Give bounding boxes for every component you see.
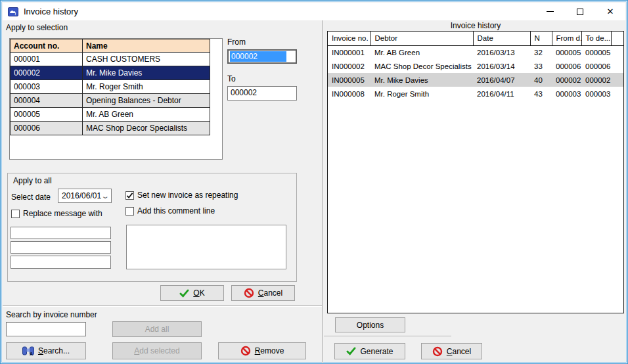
cell: 000002 (11, 66, 83, 80)
column-header-account-no[interactable]: Account no. (11, 39, 83, 53)
cell (611, 87, 623, 101)
invoice-history-window: Invoice history ✕ Apply to selection Acc… (0, 0, 628, 364)
cell: 2016/04/11 (473, 87, 530, 101)
cell: Opening Balances - Debtor (83, 94, 210, 108)
account-row[interactable]: 000002Mr. Mike Davies (11, 66, 210, 80)
cell: 000006 (552, 59, 581, 73)
search-button[interactable]: A Search... (6, 342, 86, 359)
column-header-debtor[interactable]: Debtor (370, 32, 473, 45)
chevron-down-icon: ⌄ (101, 193, 109, 200)
invoice-history-table: Invoice no. Debtor Date N From d... To d… (328, 32, 623, 101)
titlebar: Invoice history ✕ (3, 3, 625, 20)
message-input-2[interactable] (11, 241, 111, 254)
cell: 000005 (581, 45, 611, 59)
message-input-3[interactable] (11, 256, 111, 269)
cell: MAC Shop Decor Specialists (370, 59, 473, 73)
options-button[interactable]: Options (335, 317, 405, 332)
minimize-button[interactable] (535, 3, 565, 20)
search-by-invoice-label: Search by invoice number (6, 310, 97, 319)
invoice-row[interactable]: IN000002MAC Shop Decor Specialists2016/0… (328, 59, 623, 73)
remove-label: Remove (255, 346, 284, 355)
account-row[interactable]: 000004Opening Balances - Debtor (11, 94, 210, 108)
check-icon (179, 289, 189, 298)
checkbox-label: Add this comment line (137, 206, 215, 216)
cell (611, 59, 623, 73)
cell: 000003 (581, 87, 611, 101)
divider (324, 336, 451, 337)
from-label: From (227, 37, 246, 47)
column-header-invoice-no[interactable]: Invoice no. (328, 32, 370, 45)
divider (3, 306, 322, 307)
accounts-listbox[interactable]: Account no. Name 000001CASH CUSTOMERS000… (9, 38, 223, 160)
cell: IN000005 (328, 73, 370, 87)
account-row[interactable]: 000006MAC Shop Decor Specialists (11, 122, 210, 135)
add-selected-label: Add selected (134, 346, 179, 355)
checkbox-set-repeating[interactable]: Set new invoice as repeating (125, 191, 238, 200)
add-all-button[interactable]: Add all (112, 321, 202, 337)
add-all-label: Add all (145, 325, 169, 334)
accounts-header-row: Account no. Name (11, 39, 210, 53)
search-input[interactable] (6, 322, 86, 336)
ok-button[interactable]: OK (160, 285, 224, 301)
select-date-combobox[interactable]: 2016/06/01 ⌄ (58, 189, 112, 203)
invoice-row[interactable]: IN000001Mr. AB Green2016/03/133200000500… (328, 45, 623, 59)
panel-divider (322, 20, 323, 363)
invoice-history-title: Invoice history (324, 21, 627, 30)
binoculars-icon: A (22, 346, 34, 355)
account-row[interactable]: 000001CASH CUSTOMERS (11, 53, 210, 66)
from-value: 000002 (230, 51, 286, 62)
account-row[interactable]: 000003Mr. Roger Smith (11, 80, 210, 94)
apply-to-all-label: Apply to all (13, 176, 52, 185)
checkbox-label: Replace message with (23, 209, 102, 218)
checkbox-add-comment[interactable]: Add this comment line (125, 206, 215, 216)
column-header-name[interactable]: Name (83, 39, 210, 53)
cell (611, 45, 623, 59)
no-entry-icon (432, 346, 443, 357)
invoice-row[interactable]: IN000005Mr. Mike Davies2016/04/074000000… (328, 73, 623, 87)
apply-to-all-panel: Apply to all Select date 2016/06/01 ⌄ Se… (7, 173, 297, 282)
app-icon (8, 7, 18, 17)
generate-label: Generate (360, 347, 393, 356)
no-entry-icon (244, 288, 254, 298)
from-input[interactable]: 000002 (227, 49, 297, 64)
column-header-to-debtor[interactable]: To de... (581, 32, 611, 45)
cell: IN000002 (328, 59, 370, 73)
cell: 2016/03/13 (473, 45, 530, 59)
checkbox-box-icon (11, 210, 20, 218)
message-input-1[interactable] (11, 227, 111, 239)
window-title: Invoice history (24, 7, 78, 16)
column-header-from-debtor[interactable]: From d... (552, 32, 581, 45)
add-selected-button[interactable]: Add selected (112, 342, 202, 359)
cancel-generate-button[interactable]: Cancel (421, 343, 482, 359)
account-row[interactable]: 000005Mr. AB Green (11, 108, 210, 122)
close-button[interactable]: ✕ (595, 3, 625, 20)
column-header-n[interactable]: N (530, 32, 552, 45)
invoice-row[interactable]: IN000008Mr. Roger Smith2016/04/114300000… (328, 87, 623, 101)
select-date-label: Select date (11, 193, 51, 202)
to-input[interactable]: 000002 (227, 86, 297, 101)
select-date-value: 2016/06/01 (62, 191, 101, 200)
cell: 000003 (11, 80, 83, 94)
svg-text:A: A (30, 352, 33, 356)
remove-button[interactable]: Remove (218, 342, 306, 359)
cell: CASH CUSTOMERS (83, 53, 210, 66)
cancel-button[interactable]: Cancel (231, 285, 295, 301)
checkbox-replace-message[interactable]: Replace message with (11, 209, 102, 218)
comment-textarea[interactable] (126, 225, 286, 269)
cell: MAC Shop Decor Specialists (83, 122, 210, 135)
close-icon: ✕ (607, 7, 614, 16)
maximize-button[interactable] (565, 3, 595, 20)
window-controls: ✕ (535, 3, 625, 20)
cell: 40 (530, 73, 552, 87)
cell: 000006 (581, 59, 611, 73)
maximize-icon (577, 9, 583, 15)
cell: Mr. Roger Smith (83, 80, 210, 94)
to-label: To (227, 74, 236, 83)
cell: Mr. AB Green (370, 45, 473, 59)
invoice-history-listbox[interactable]: Invoice no. Debtor Date N From d... To d… (327, 31, 624, 313)
check-icon (346, 347, 356, 355)
cell: 000005 (11, 108, 83, 122)
invoice-header-row: Invoice no. Debtor Date N From d... To d… (328, 32, 623, 45)
column-header-date[interactable]: Date (473, 32, 530, 45)
generate-button[interactable]: Generate (334, 343, 405, 359)
